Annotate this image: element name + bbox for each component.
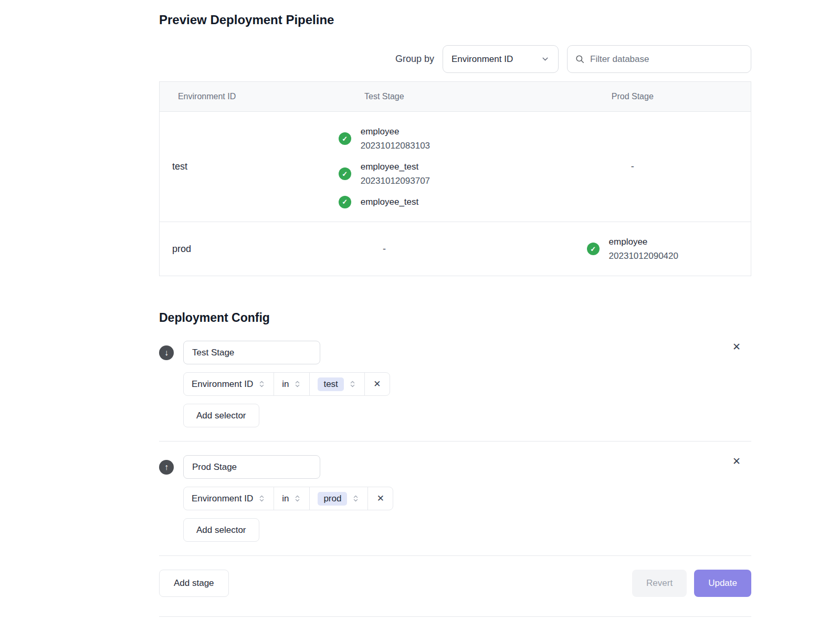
- chevrons-up-down-icon: [258, 495, 266, 502]
- deployment-entry: ✓ employee_test: [339, 195, 430, 209]
- column-header-test-stage: Test Stage: [254, 92, 514, 101]
- selector-row: Environment ID in test ✕: [183, 372, 751, 396]
- pipeline-table: Environment ID Test Stage Prod Stage tes…: [159, 81, 751, 276]
- column-header-environment-id: Environment ID: [160, 92, 254, 101]
- success-check-icon: ✓: [587, 243, 600, 255]
- table-row-test: test ✓ employee 20231012083103 ✓ employ: [160, 112, 751, 222]
- stage-name-input[interactable]: [183, 341, 320, 364]
- database-name: employee_test: [361, 195, 419, 209]
- filter-database-input[interactable]: [590, 54, 743, 65]
- arrow-up-icon: ↑: [164, 463, 169, 471]
- stage-header: ↓: [159, 341, 751, 364]
- add-selector-button[interactable]: Add selector: [183, 518, 259, 542]
- selector-value-tag: test: [318, 377, 343, 391]
- remove-stage-button[interactable]: ✕: [732, 456, 741, 466]
- empty-cell-dash: -: [631, 161, 634, 172]
- schema-version: 20231012090420: [609, 249, 678, 263]
- test-stage-cell: -: [254, 222, 514, 276]
- group-by-select[interactable]: Environment ID: [443, 45, 559, 73]
- divider: [159, 555, 751, 556]
- chevrons-up-down-icon: [293, 495, 301, 502]
- filter-database-box: [567, 45, 751, 73]
- success-check-icon: ✓: [339, 132, 351, 145]
- table-row-prod: prod - ✓ employee 20231012090420: [160, 222, 751, 276]
- search-icon: [575, 54, 585, 64]
- remove-selector-button[interactable]: ✕: [364, 372, 390, 396]
- database-name: employee_test: [361, 160, 430, 174]
- selector-field-select[interactable]: Environment ID: [183, 372, 274, 396]
- add-stage-button[interactable]: Add stage: [159, 570, 229, 597]
- selector-value-select[interactable]: test: [309, 372, 364, 396]
- schema-version: 20231012083103: [361, 139, 430, 153]
- divider: [159, 616, 751, 617]
- stage-name-input[interactable]: [183, 455, 320, 479]
- column-header-prod-stage: Prod Stage: [514, 92, 751, 101]
- success-check-icon: ✓: [339, 167, 351, 180]
- bottom-actions: Add stage Revert Update: [159, 570, 751, 597]
- selector-value-tag: prod: [318, 492, 347, 506]
- deployment-entry: ✓ employee_test 20231012093707: [339, 160, 430, 188]
- stage-block-prod: ↑ ✕ Environment ID in prod: [159, 455, 751, 542]
- update-button[interactable]: Update: [694, 570, 751, 597]
- table-header-row: Environment ID Test Stage Prod Stage: [160, 82, 751, 112]
- selector-row: Environment ID in prod ✕: [183, 487, 751, 510]
- empty-cell-dash: -: [383, 244, 386, 255]
- add-selector-button[interactable]: Add selector: [183, 404, 259, 427]
- deployment-config-title: Deployment Config: [159, 311, 751, 325]
- move-stage-down-button[interactable]: ↓: [159, 345, 174, 360]
- page: Preview Deployment Pipeline Group by Env…: [159, 0, 751, 617]
- environment-id-cell: prod: [160, 222, 254, 276]
- environment-id-cell: test: [160, 112, 254, 222]
- selector-field-select[interactable]: Environment ID: [183, 487, 274, 510]
- database-name: employee: [361, 124, 430, 139]
- chevrons-up-down-icon: [293, 380, 301, 388]
- chevrons-up-down-icon: [258, 380, 266, 388]
- page-title: Preview Deployment Pipeline: [159, 13, 751, 27]
- prod-stage-cell: ✓ employee 20231012090420: [514, 222, 751, 276]
- stage-block-test: ↓ ✕ Environment ID in test: [159, 341, 751, 427]
- stage-header: ↑: [159, 455, 751, 479]
- deployment-entry: ✓ employee 20231012090420: [587, 235, 678, 263]
- selector-value-select[interactable]: prod: [309, 487, 368, 510]
- schema-version: 20231012093707: [361, 174, 430, 188]
- chevrons-up-down-icon: [352, 495, 360, 502]
- selector-operator-select[interactable]: in: [274, 487, 310, 510]
- close-icon: ✕: [377, 493, 384, 504]
- test-stage-cell: ✓ employee 20231012083103 ✓ employee_tes…: [254, 112, 514, 222]
- group-by-label: Group by: [395, 54, 434, 65]
- remove-selector-button[interactable]: ✕: [368, 487, 393, 510]
- revert-button[interactable]: Revert: [632, 570, 687, 597]
- toolbar: Group by Environment ID: [159, 45, 751, 73]
- divider: [159, 441, 751, 442]
- database-name: employee: [609, 235, 678, 249]
- selector-operator-select[interactable]: in: [274, 372, 310, 396]
- arrow-down-icon: ↓: [164, 349, 169, 357]
- group-by-select-value: Environment ID: [452, 54, 513, 65]
- chevrons-up-down-icon: [349, 380, 356, 388]
- remove-stage-button[interactable]: ✕: [732, 342, 741, 352]
- move-stage-up-button[interactable]: ↑: [159, 460, 174, 475]
- prod-stage-cell: -: [514, 112, 751, 222]
- deployment-entry: ✓ employee 20231012083103: [339, 124, 430, 153]
- chevron-down-icon: [541, 55, 550, 64]
- success-check-icon: ✓: [339, 196, 351, 208]
- close-icon: ✕: [373, 379, 381, 390]
